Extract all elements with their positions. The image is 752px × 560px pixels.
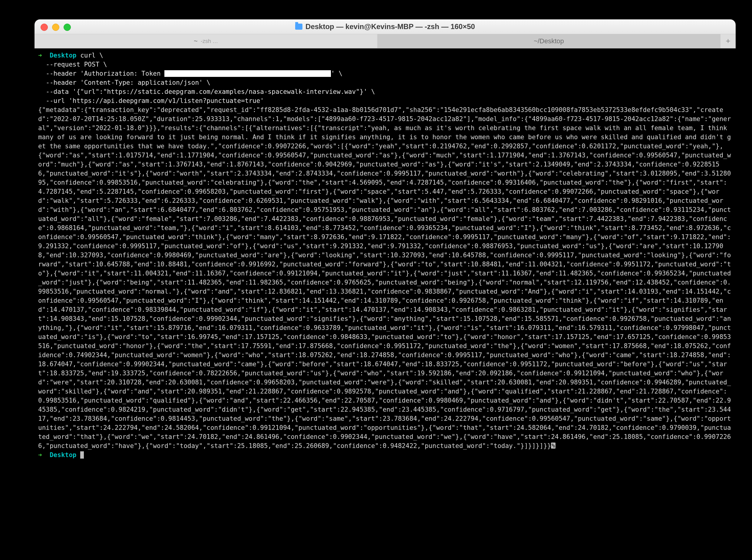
cmd-l6: --url 'https://api.deepgram.com/v1/liste… [38,97,264,104]
prompt-dir-2: Desktop [50,451,77,459]
close-icon[interactable] [41,24,48,31]
tab-zsh[interactable]: ~ -zsh … [35,34,377,48]
cmd-l5: --data '{"url":"https://static.deepgram.… [38,88,375,95]
tab-desktop[interactable]: ~/Desktop [377,34,720,48]
folder-icon [295,24,302,30]
redacted-token [164,70,331,77]
tab-bar: ~ -zsh … ~/Desktop + [35,34,736,48]
new-tab-button[interactable]: + [720,34,736,48]
tab-zsh-sub: -zsh … [201,38,218,44]
prompt-arrow-icon: ➜ [38,52,42,59]
prompt-dir: Desktop [50,52,77,59]
cmd-l4: --header 'Content-Type: application/json… [38,79,211,86]
prompt-arrow-icon-2: ➜ [38,451,42,459]
minimize-icon[interactable] [52,24,59,31]
window-title-text: Desktop — kevin@Kevins-MBP — -zsh — 160×… [305,22,475,31]
terminal-body[interactable]: ➜ Desktop curl \ --request POST \ --head… [35,48,736,547]
json-output: {"metadata":{"transaction_key":"deprecat… [38,106,731,449]
cmd-l2: --request POST \ [38,61,107,68]
maximize-icon[interactable] [64,24,71,31]
cmd-l1: curl \ [80,52,103,59]
tab-zsh-main: ~ [194,37,198,45]
percent-marker: % [551,443,555,448]
cmd-l3b: ' \ [331,70,342,77]
titlebar: Desktop — kevin@Kevins-MBP — -zsh — 160×… [35,19,736,34]
cursor-icon [80,451,84,459]
terminal-window: Desktop — kevin@Kevins-MBP — -zsh — 160×… [35,19,736,547]
plus-icon: + [726,36,731,46]
traffic-lights [41,24,71,31]
cmd-l3a: --header 'Authorization: Token [38,70,164,77]
window-title: Desktop — kevin@Kevins-MBP — -zsh — 160×… [35,22,736,31]
tab-desktop-label: ~/Desktop [534,37,564,45]
